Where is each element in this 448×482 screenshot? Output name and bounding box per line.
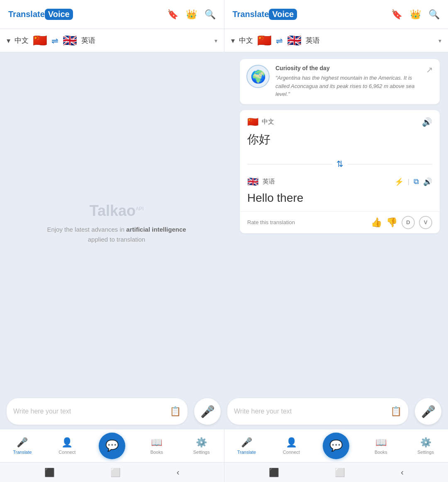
settings-nav-icon-left: ⚙️ — [196, 437, 207, 448]
lang-bar-left: ▾ 中文 🇨🇳 ⇌ 🇬🇧 英语 ▾ — [0, 29, 224, 52]
target-flag-right: 🇬🇧 — [287, 35, 302, 46]
thumbs-up-button[interactable]: 👍 — [371, 217, 382, 228]
nav-half-left: 🎤 Translate 👤 Connect 💬 📖 Books ⚙️ Setti… — [0, 429, 224, 462]
books-nav-icon-left: 📖 — [151, 437, 162, 448]
nav-translate-left[interactable]: 🎤 Translate — [0, 429, 45, 462]
target-lang-dropdown-left[interactable]: ▾ — [214, 37, 217, 44]
nav-settings-right[interactable]: ⚙️ Settings — [403, 429, 448, 462]
nav-center-right[interactable]: 💬 — [314, 429, 358, 462]
app-header: Translate Voice 🔖 👑 🔍 Translate Voice 🔖 … — [0, 0, 448, 29]
logo-translate-right: Translate — [233, 10, 269, 19]
input-section-right: Write here your text 📋 — [221, 398, 415, 425]
header-right: Translate Voice 🔖 👑 🔍 — [224, 0, 448, 29]
back-button-left[interactable]: ‹ — [177, 467, 180, 477]
copy-translation-button[interactable]: ⧉ — [414, 177, 419, 186]
translate-nav-icon-left: 🎤 — [17, 437, 28, 448]
target-trans-flag: 🇬🇧 — [247, 176, 258, 187]
nav-center-left[interactable]: 💬 — [90, 429, 134, 462]
search-icon-right[interactable]: 🔍 — [429, 9, 440, 20]
sys-nav-left: ⬛ ⬜ ‹ — [0, 462, 224, 482]
talkao-desc-prefix: Enjoy the latest advances in — [47, 226, 126, 233]
clipboard-icon-right[interactable]: 📋 — [390, 406, 402, 417]
logo-translate-left: Translate — [8, 10, 45, 19]
target-lang-name-right: 英语 — [306, 36, 320, 45]
nav-connect-left[interactable]: 👤 Connect — [45, 429, 90, 462]
translate-nav-icon-right: 🎤 — [241, 437, 252, 448]
main-content: TalkaoAPI Enjoy the latest advances in a… — [0, 52, 448, 394]
swap-icon-right[interactable]: ⇌ — [276, 36, 283, 46]
curiosity-quote: "Argentina has the highest mountain in t… — [275, 74, 417, 98]
target-lang-dropdown-right[interactable]: ▾ — [438, 37, 441, 44]
translation-divider: ⇅ — [240, 157, 440, 171]
logo-voice-right: Voice — [269, 9, 297, 20]
bottom-nav: 🎤 Translate 👤 Connect 💬 📖 Books ⚙️ Setti… — [0, 429, 448, 462]
nav-translate-right[interactable]: 🎤 Translate — [224, 429, 269, 462]
header-icons-left: 🔖 👑 🔍 — [167, 9, 216, 20]
talkao-brand: TalkaoAPI — [90, 202, 144, 220]
translate-nav-label-left: Translate — [13, 450, 32, 455]
talkao-desc-suffix: applied to translation — [88, 236, 145, 243]
target-audio-button[interactable]: 🔊 — [423, 177, 432, 186]
source-lang-name-left: 中文 — [15, 36, 29, 45]
crown-icon-right[interactable]: 👑 — [410, 9, 421, 20]
mic-button-left[interactable]: 🎤 — [194, 398, 221, 425]
translation-card: 🇨🇳 中文 🔊 你好 ⇅ 🇬🇧 英语 ⚡ | ⧉ — [240, 110, 440, 233]
source-trans-lang: 中文 — [262, 118, 274, 126]
mic-button-right[interactable]: 🎤 — [415, 398, 441, 425]
nav-settings-left[interactable]: ⚙️ Settings — [179, 429, 224, 462]
swap-vertical-button[interactable]: ⇅ — [332, 159, 348, 169]
back-button-right[interactable]: ‹ — [401, 467, 404, 477]
curiosity-card: 🌍 Curiosity of the day "Argentina has th… — [240, 59, 440, 104]
clipboard-icon-left[interactable]: 📋 — [170, 406, 181, 417]
sys-nav-right: ⬛ ⬜ ‹ — [224, 462, 448, 482]
crown-icon-left[interactable]: 👑 — [186, 9, 197, 20]
target-trans-lang: 英语 — [263, 178, 275, 186]
source-flag-right: 🇨🇳 — [257, 35, 272, 46]
search-icon-left[interactable]: 🔍 — [205, 9, 216, 20]
source-lang-name-right: 中文 — [239, 36, 253, 45]
recent-button-right[interactable]: ⬜ — [335, 467, 345, 477]
input-bar: Write here your text 📋 🎤 Write here your… — [0, 394, 448, 429]
target-flag-left: 🇬🇧 — [63, 35, 77, 46]
source-audio-button[interactable]: 🔊 — [422, 117, 432, 127]
target-lang-name-left: 英语 — [81, 36, 95, 45]
home-button-right[interactable]: ⬛ — [269, 467, 279, 477]
text-input-placeholder-right: Write here your text — [234, 408, 390, 415]
translation-source: 🇨🇳 中文 🔊 你好 — [240, 110, 440, 157]
home-button-left[interactable]: ⬛ — [44, 467, 55, 477]
curiosity-text: Curiosity of the day "Argentina has the … — [275, 65, 417, 98]
recent-button-left[interactable]: ⬜ — [110, 467, 121, 477]
center-nav-button-left[interactable]: 💬 — [99, 433, 125, 459]
avatar-d[interactable]: D — [402, 216, 415, 229]
text-input-wrap-left[interactable]: Write here your text 📋 — [7, 398, 187, 425]
nav-books-left[interactable]: 📖 Books — [134, 429, 179, 462]
talkao-api-label: API — [136, 206, 144, 212]
right-panel: 🌍 Curiosity of the day "Argentina has th… — [233, 52, 448, 394]
translated-text: Hello there — [247, 191, 432, 205]
share-translation-button[interactable]: ⚡ — [394, 177, 404, 186]
mic-icon-right: 🎤 — [421, 405, 436, 418]
books-nav-label-left: Books — [150, 450, 163, 455]
logo-right: Translate Voice — [233, 9, 297, 20]
settings-nav-label-left: Settings — [193, 450, 210, 455]
avatar-v[interactable]: V — [419, 216, 432, 229]
talkao-text: Talkao — [90, 202, 136, 219]
action-separator: | — [408, 178, 409, 186]
connect-nav-label-left: Connect — [58, 450, 75, 455]
source-lang-dropdown-right[interactable]: ▾ — [231, 36, 235, 45]
center-nav-button-right[interactable]: 💬 — [323, 433, 349, 459]
input-section-left: Write here your text 📋 — [0, 398, 194, 425]
thumbs-down-button[interactable]: 👎 — [386, 217, 397, 228]
source-lang-dropdown-left[interactable]: ▾ — [7, 36, 10, 45]
nav-connect-right[interactable]: 👤 Connect — [269, 429, 314, 462]
bookmark-icon-left[interactable]: 🔖 — [167, 9, 178, 20]
text-input-wrap-right[interactable]: Write here your text 📋 — [227, 398, 408, 425]
swap-icon-left[interactable]: ⇌ — [51, 36, 58, 46]
header-left: Translate Voice 🔖 👑 🔍 — [0, 0, 224, 29]
nav-books-right[interactable]: 📖 Books — [358, 429, 403, 462]
center-nav-icon-right: 💬 — [329, 439, 343, 452]
bookmark-icon-right[interactable]: 🔖 — [391, 9, 402, 20]
share-button[interactable]: ↗ — [426, 65, 433, 75]
curiosity-title: Curiosity of the day — [275, 65, 417, 71]
logo-left: Translate Voice — [8, 9, 73, 20]
